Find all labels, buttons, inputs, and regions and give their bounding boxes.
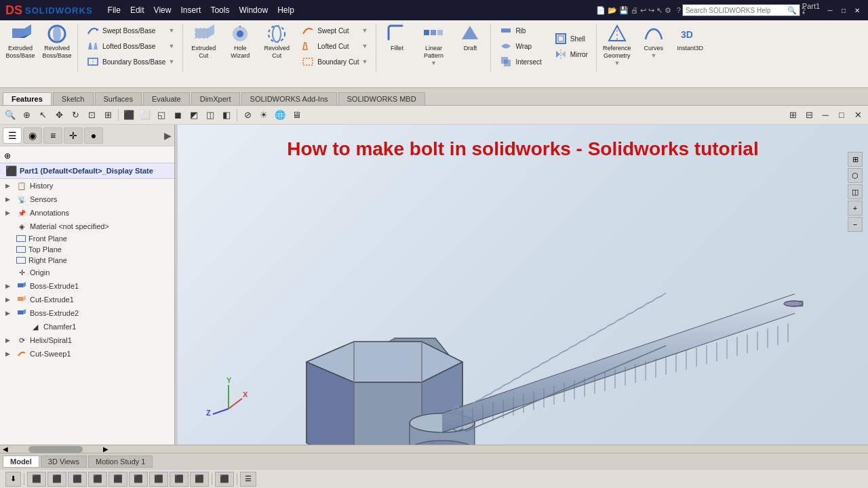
vt-lights-btn[interactable]: ☀ — [256, 108, 271, 123]
curves-btn[interactable]: Curves ▼ — [636, 22, 671, 60]
vb-isometric-btn[interactable]: ⬇ — [5, 472, 21, 487]
vb-iso1-btn[interactable]: ⬛ — [149, 472, 168, 487]
btab-3dviews[interactable]: 3D Views — [41, 455, 87, 468]
vb-bottom-btn[interactable]: ⬛ — [129, 472, 148, 487]
vp-tile-btn[interactable]: ⊞ — [785, 108, 800, 123]
fillet-btn[interactable]: Fillet — [379, 22, 414, 54]
vb-left-btn[interactable]: ⬛ — [68, 472, 87, 487]
search-box[interactable]: 🔍 — [682, 4, 800, 16]
vt-display1-btn[interactable]: ◼ — [170, 108, 185, 123]
swept-cut-btn[interactable]: Swept Cut ▼ — [298, 23, 370, 38]
vb-select-btn[interactable]: ☰ — [240, 472, 256, 487]
vt-view1-btn[interactable]: ⬛ — [121, 108, 136, 123]
shell-btn[interactable]: Shell — [551, 31, 591, 46]
tab-addins[interactable]: SOLIDWORKS Add-Ins — [241, 92, 337, 105]
vt-section-btn[interactable]: ⊘ — [240, 108, 255, 123]
vb-top-btn[interactable]: ⬛ — [108, 472, 127, 487]
vt-fit-btn[interactable]: ⊡ — [84, 108, 99, 123]
tree-item-front-plane[interactable]: Front Plane — [0, 233, 174, 244]
extruded-cut-btn[interactable]: ExtrudedCut — [186, 22, 221, 61]
instant3d-btn[interactable]: 3D Instant3D — [673, 22, 708, 54]
vp-split-btn[interactable]: ⊟ — [802, 108, 816, 123]
vt-rotate-btn[interactable]: ↻ — [68, 108, 83, 123]
scroll-left-btn[interactable]: ◀ — [3, 445, 8, 453]
vp-standard-views[interactable]: ⊞ — [848, 152, 863, 167]
menu-help[interactable]: Help — [273, 4, 298, 16]
tab-features[interactable]: Features — [3, 92, 52, 105]
tree-item-boss-extrude1[interactable]: ▶ Boss-Extrude1 — [0, 279, 174, 293]
extruded-boss-base-btn[interactable]: ExtrudedBoss/Base — [3, 22, 38, 61]
panel-collapse-arrow[interactable]: ▶ — [164, 130, 172, 141]
vt-display3-btn[interactable]: ◫ — [203, 108, 218, 123]
tree-item-helix1[interactable]: ▶ ⟳ Helix/Spiral1 — [0, 333, 174, 347]
vp-zoom-out[interactable]: − — [848, 217, 863, 232]
menu-insert[interactable]: Insert — [176, 4, 205, 16]
vt-render-btn[interactable]: 🌐 — [273, 108, 288, 123]
tab-dimxpert[interactable]: DimXpert — [191, 92, 240, 105]
tree-item-sensors[interactable]: ▶ 📡 Sensors — [0, 192, 174, 206]
qa-open[interactable]: 📂 — [608, 6, 617, 15]
vb-back-btn[interactable]: ⬛ — [47, 472, 66, 487]
intersect-btn[interactable]: Intersect — [496, 54, 544, 69]
vp-min-btn[interactable]: ─ — [818, 108, 833, 123]
vb-right-btn[interactable]: ⬛ — [88, 472, 107, 487]
qa-undo[interactable]: ↩ — [640, 6, 646, 15]
panel-tab-features[interactable]: ☰ — [3, 127, 22, 144]
swept-boss-btn[interactable]: Swept Boss/Base ▼ — [83, 23, 177, 38]
wrap-btn[interactable]: Wrap — [496, 39, 544, 54]
vp-zoom-in[interactable]: + — [848, 201, 863, 216]
vt-move-btn[interactable]: ✥ — [52, 108, 66, 123]
vt-display2-btn[interactable]: ◩ — [186, 108, 201, 123]
linear-pattern-btn[interactable]: LinearPattern ▼ — [416, 22, 451, 68]
boundary-cut-btn[interactable]: Boundary Cut ▼ — [298, 54, 370, 69]
boundary-boss-btn[interactable]: Boundary Boss/Base ▼ — [83, 54, 177, 69]
lofted-cut-btn[interactable]: Lofted Cut ▼ — [298, 39, 370, 54]
tree-item-origin[interactable]: ✛ Origin — [0, 266, 174, 279]
vb-iso2-btn[interactable]: ⬛ — [170, 472, 189, 487]
rib-btn[interactable]: Rib — [496, 23, 544, 38]
tree-item-top-plane[interactable]: Top Plane — [0, 244, 174, 255]
draft-btn[interactable]: Draft — [452, 22, 488, 54]
qa-select[interactable]: ↖ — [656, 6, 663, 15]
vt-zoom-btn[interactable]: ⊞ — [100, 108, 115, 123]
panel-tab-config[interactable]: ≡ — [43, 127, 62, 144]
vp-close-btn[interactable]: ✕ — [850, 108, 865, 123]
menu-edit[interactable]: Edit — [126, 4, 149, 16]
panel-tab-display[interactable]: ● — [84, 127, 103, 144]
vp-view-orientation[interactable]: ⬡ — [848, 168, 863, 183]
vb-normal-btn[interactable]: ⬛ — [215, 472, 234, 487]
mirror-btn[interactable]: Mirror — [551, 47, 591, 62]
panel-tab-properties[interactable]: ◉ — [23, 127, 42, 144]
3d-viewport[interactable]: How to make bolt in solidworks - Solidwo… — [178, 125, 868, 445]
hole-wizard-btn[interactable]: HoleWizard — [222, 22, 258, 61]
vt-display4-btn[interactable]: ◧ — [219, 108, 234, 123]
btab-motion[interactable]: Motion Study 1 — [88, 455, 153, 468]
revolved-boss-base-btn[interactable]: RevolvedBoss/Base — [39, 22, 75, 61]
revolved-cut-btn[interactable]: RevolvedCut — [259, 22, 294, 61]
panel-tab-dimxpert[interactable]: ✛ — [64, 127, 83, 144]
qa-print[interactable]: 🖨 — [631, 6, 638, 14]
vt-view2-btn[interactable]: ⬜ — [138, 108, 153, 123]
close-btn[interactable]: ✕ — [852, 5, 863, 16]
h-scrollbar[interactable]: ◀ ▶ — [0, 445, 868, 453]
vb-iso3-btn[interactable]: ⬛ — [190, 472, 209, 487]
tree-item-right-plane[interactable]: Right Plane — [0, 255, 174, 266]
minimize-btn[interactable]: ─ — [825, 5, 835, 16]
search-input[interactable] — [686, 7, 787, 14]
maximize-btn[interactable]: □ — [838, 5, 849, 16]
tree-item-cut-extrude1[interactable]: ▶ Cut-Extrude1 — [0, 293, 174, 306]
vt-search-btn[interactable]: 🔍 — [3, 108, 18, 123]
tab-evaluate[interactable]: Evaluate — [143, 92, 190, 105]
vt-select-btn[interactable]: ↖ — [35, 108, 50, 123]
qa-redo[interactable]: ↪ — [648, 6, 654, 15]
tree-item-annotations[interactable]: ▶ 📌 Annotations — [0, 206, 174, 220]
menu-view[interactable]: View — [150, 4, 176, 16]
vb-front-btn[interactable]: ⬛ — [27, 472, 46, 487]
lofted-boss-btn[interactable]: Lofted Boss/Base ▼ — [83, 39, 177, 54]
qa-new[interactable]: 📄 — [596, 6, 606, 15]
tab-sketch[interactable]: Sketch — [53, 92, 94, 105]
vt-screen-btn[interactable]: 🖥 — [289, 108, 304, 123]
qa-options[interactable]: ⚙ — [665, 6, 671, 15]
menu-tools[interactable]: Tools — [206, 4, 233, 16]
tree-item-history[interactable]: ▶ 📋 History — [0, 179, 174, 192]
